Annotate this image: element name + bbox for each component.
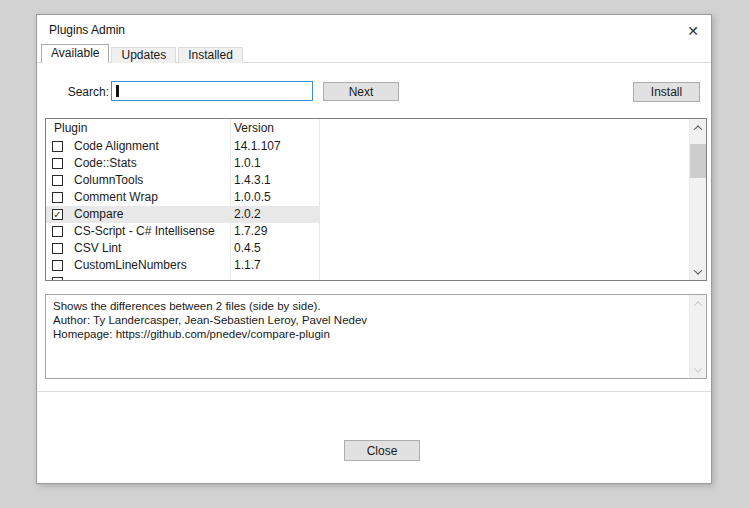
plugin-name: CSV Lint (74, 240, 121, 257)
plugin-row[interactable]: Code::Stats1.0.1 (46, 155, 689, 172)
tab-strip: Available Updates Installed (41, 44, 243, 63)
chevron-up-icon (694, 301, 702, 309)
plugin-version: 1.4.3.1 (234, 172, 271, 189)
plugin-list-body: Code Alignment14.1.107Code::Stats1.0.1Co… (46, 138, 689, 281)
plugin-checkbox[interactable] (52, 243, 63, 254)
plugin-name: CS-Script - C# Intellisense (74, 223, 215, 240)
plugin-row[interactable]: CS-Script - C# Intellisense1.7.29 (46, 223, 689, 240)
plugin-name: Compare (74, 206, 123, 223)
plugin-name: ColumnTools (74, 172, 143, 189)
plugin-checkbox[interactable] (52, 192, 63, 203)
plugin-version: 0.4.5 (234, 240, 261, 257)
plugin-checkbox[interactable] (52, 260, 63, 271)
scroll-down-button-disabled (690, 361, 706, 378)
chevron-up-icon (694, 125, 702, 133)
list-header: Plugin Version (46, 119, 689, 138)
chevron-down-icon (694, 364, 702, 372)
plugin-version: 1.0.1 (234, 155, 261, 172)
plugin-description: Shows the differences between 2 files (s… (45, 294, 707, 379)
install-button[interactable]: Install (633, 82, 700, 102)
plugin-checkbox[interactable] (52, 141, 63, 152)
column-header-plugin[interactable]: Plugin (54, 119, 87, 138)
column-divider (319, 119, 320, 280)
column-divider (230, 119, 231, 280)
search-input[interactable] (112, 83, 312, 101)
scroll-up-button[interactable] (690, 119, 706, 136)
plugin-description-text: Shows the differences between 2 files (s… (53, 299, 682, 341)
close-button[interactable]: Close (344, 440, 420, 461)
column-header-version[interactable]: Version (234, 119, 274, 138)
plugin-row[interactable]: CustomLineNumbers1.1.7 (46, 257, 689, 274)
plugin-row[interactable]: Code Alignment14.1.107 (46, 138, 689, 155)
description-scrollbar (689, 295, 706, 378)
description-line: Author: Ty Landercasper, Jean-Sebastien … (53, 313, 682, 327)
next-button[interactable]: Next (323, 82, 399, 101)
search-label: Search: (65, 85, 109, 99)
plugin-checkbox[interactable]: ✓ (52, 209, 63, 220)
plugin-name: CustomLineNumbers (74, 257, 187, 274)
plugin-name: Code Alignment (74, 138, 159, 155)
plugin-name: Comment Wrap (74, 189, 158, 206)
close-icon: ✕ (687, 23, 699, 39)
plugin-row[interactable]: ColumnTools1.4.3.1 (46, 172, 689, 189)
scrollbar-thumb[interactable] (690, 144, 706, 178)
tab-available[interactable]: Available (41, 44, 109, 63)
tab-updates[interactable]: Updates (111, 47, 176, 63)
footer-separator (37, 391, 711, 392)
search-field-frame (111, 81, 313, 101)
plugin-version: 2.0.2 (234, 206, 261, 223)
scroll-down-button[interactable] (690, 263, 706, 280)
plugins-admin-dialog: Plugins Admin ✕ Available Updates Instal… (36, 14, 712, 484)
plugin-name: Code::Stats (74, 155, 137, 172)
chevron-down-icon (694, 266, 702, 274)
window-title: Plugins Admin (49, 23, 125, 37)
plugin-version: 1.1.7 (234, 257, 261, 274)
list-scrollbar[interactable] (689, 119, 706, 280)
plugin-checkbox[interactable] (52, 175, 63, 186)
description-line: Shows the differences between 2 files (s… (53, 299, 682, 313)
plugin-version: 14.1.107 (234, 138, 281, 155)
description-line: Homepage: https://github.com/pnedev/comp… (53, 327, 682, 341)
plugin-checkbox[interactable] (52, 158, 63, 169)
plugin-checkbox[interactable] (52, 277, 63, 281)
plugin-row[interactable] (46, 274, 689, 281)
scroll-up-button-disabled (690, 295, 706, 312)
plugin-row[interactable]: Comment Wrap1.0.0.5 (46, 189, 689, 206)
plugin-checkbox[interactable] (52, 226, 63, 237)
plugin-row[interactable]: ✓Compare2.0.2 (46, 206, 689, 223)
plugin-version: 1.7.29 (234, 223, 267, 240)
tab-installed[interactable]: Installed (178, 47, 243, 63)
plugin-list: Plugin Version Code Alignment14.1.107Cod… (45, 118, 707, 281)
window-close-button[interactable]: ✕ (681, 20, 705, 42)
text-caret (116, 85, 119, 97)
plugin-row[interactable]: CSV Lint0.4.5 (46, 240, 689, 257)
plugin-version: 1.0.0.5 (234, 189, 271, 206)
